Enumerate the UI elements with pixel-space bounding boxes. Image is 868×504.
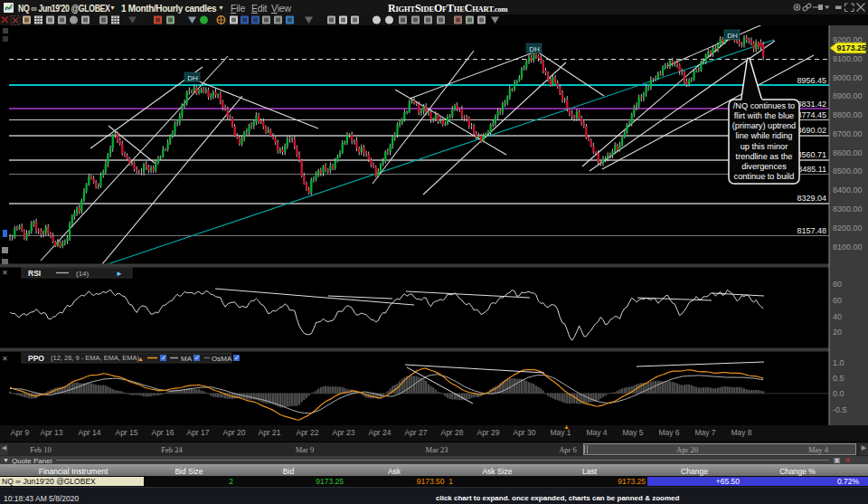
svg-text:✓: ✓ xyxy=(194,355,200,361)
svg-text:-0.5: -0.5 xyxy=(833,405,847,414)
svg-text:up this minor: up this minor xyxy=(741,142,788,151)
svg-text:1.0: 1.0 xyxy=(833,358,844,367)
svg-text:9000.00: 9000.00 xyxy=(833,73,863,82)
svg-text:8560.71: 8560.71 xyxy=(797,150,826,159)
svg-text:MA: MA xyxy=(181,355,193,363)
svg-text:✓: ✓ xyxy=(161,355,166,361)
svg-text:✓: ✓ xyxy=(234,355,240,361)
svg-text:8300.00: 8300.00 xyxy=(833,204,863,214)
svg-text:PPO: PPO xyxy=(28,354,44,363)
svg-text:DH: DH xyxy=(727,32,738,40)
svg-text:RSI: RSI xyxy=(28,269,41,278)
svg-text:8831.42: 8831.42 xyxy=(797,100,826,109)
svg-text:(14): (14) xyxy=(76,270,90,278)
svg-text:/NQ continues to: /NQ continues to xyxy=(733,101,795,110)
svg-text:8600.00: 8600.00 xyxy=(833,148,863,157)
svg-text:✕: ✕ xyxy=(2,355,8,363)
svg-text:0.5: 0.5 xyxy=(833,374,844,383)
svg-text:8774.45: 8774.45 xyxy=(797,110,826,119)
svg-text:divergences: divergences xyxy=(741,162,787,171)
svg-text:8329.04: 8329.04 xyxy=(797,194,826,203)
svg-text:8200.00: 8200.00 xyxy=(833,223,863,233)
svg-text:8500.00: 8500.00 xyxy=(833,166,863,176)
svg-text:40: 40 xyxy=(833,312,842,321)
svg-text:20: 20 xyxy=(833,328,842,337)
svg-text:8700.00: 8700.00 xyxy=(833,129,863,138)
svg-text:60: 60 xyxy=(833,296,842,305)
svg-text:8690.02: 8690.02 xyxy=(797,126,826,135)
svg-text:9173.25: 9173.25 xyxy=(837,43,867,52)
svg-text:8157.48: 8157.48 xyxy=(797,226,826,235)
svg-text:DH: DH xyxy=(529,45,540,53)
svg-text:8485.11: 8485.11 xyxy=(797,165,826,174)
svg-text:8800.00: 8800.00 xyxy=(833,110,863,119)
svg-text:OsMA: OsMA xyxy=(212,355,232,363)
svg-text:80: 80 xyxy=(833,280,842,289)
svg-text:0.0: 0.0 xyxy=(833,389,844,398)
svg-text:line while riding: line while riding xyxy=(736,131,793,140)
svg-text:DH: DH xyxy=(187,74,198,82)
svg-text:►: ► xyxy=(116,270,123,278)
svg-text:trendline as the: trendline as the xyxy=(736,152,793,161)
svg-text:flirt with the blue: flirt with the blue xyxy=(734,111,794,120)
svg-text:✕: ✕ xyxy=(2,269,8,277)
svg-text:8100.00: 8100.00 xyxy=(833,242,863,252)
svg-text:8900.00: 8900.00 xyxy=(833,91,863,100)
svg-text:(12, 26, 9 - EMA, EMA, EMA): (12, 26, 9 - EMA, EMA, EMA) xyxy=(51,354,139,362)
svg-text:continue to build: continue to build xyxy=(734,172,795,181)
svg-text:9100.00: 9100.00 xyxy=(833,54,863,63)
svg-text:8400.00: 8400.00 xyxy=(833,185,863,195)
svg-text:8956.45: 8956.45 xyxy=(797,76,826,85)
svg-text:▲: ▲ xyxy=(137,356,144,362)
svg-text:(primary) uptrend: (primary) uptrend xyxy=(732,121,796,130)
